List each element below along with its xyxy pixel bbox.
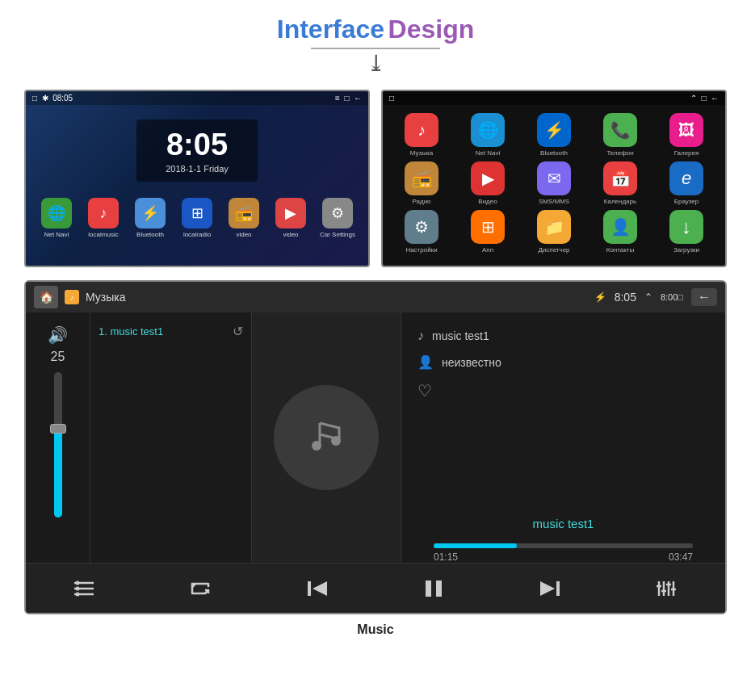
player-status-right: ⚡ 8:05 ⌃ 8:00□ ← (594, 288, 717, 306)
svg-marker-13 (540, 581, 555, 596)
music-caption: Music (0, 622, 751, 637)
player-status-left: 🏠 ♪ Музыка (34, 286, 126, 308)
progress-bar[interactable] (434, 543, 693, 548)
app-radio[interactable]: 📻 video (224, 198, 264, 238)
clock-widget: 8:05 2018-1-1 Friday (136, 119, 258, 182)
app-icon-video: ▶ (275, 198, 306, 228)
grid-app-music[interactable]: ♪ Музыка (391, 113, 452, 157)
app-icon-music: ♪ (88, 198, 119, 228)
status-left-icons: □ ✱ 08:05 (32, 94, 73, 103)
app-netnavi[interactable]: 🌐 Net Navi (36, 198, 77, 238)
app-grid-right: ♪ Музыка 🌐 Net Navi ⚡ Bluetooth 📞 Телефо… (383, 105, 725, 262)
volume-panel: 🔊 25 (26, 312, 90, 563)
grid-app-calendar[interactable]: 📅 Календарь (589, 161, 651, 205)
music-note-icon: ♪ (417, 329, 424, 343)
grid-app-video[interactable]: ▶ Видео (457, 161, 518, 205)
app-icon-localradio: ⊞ (182, 198, 212, 228)
time-current: 01:15 (434, 551, 458, 563)
repeat-button[interactable] (180, 572, 220, 605)
grid-app-netnavi[interactable]: 🌐 Net Navi (457, 113, 518, 157)
back-button[interactable]: ← (691, 288, 717, 306)
grid-app-sms[interactable]: ✉ SMS/MMS (523, 161, 585, 205)
home-icon[interactable]: 🏠 (34, 286, 58, 308)
app-settings[interactable]: ⚙ Car Settings (317, 198, 358, 238)
progress-times: 01:15 03:47 (434, 551, 693, 563)
grid-app-files[interactable]: 📁 Диспетчер (523, 210, 585, 254)
volume-fill (54, 430, 62, 518)
grid-app-phone[interactable]: 📞 Телефон (589, 113, 651, 157)
status-bar-left: □ ✱ 08:05 ≡ □ ← (26, 91, 368, 105)
clock-date: 2018-1-1 Friday (149, 164, 245, 174)
progress-area: 01:15 03:47 (417, 543, 709, 563)
status-right-icons: ≡ □ ← (335, 94, 362, 103)
clock-time: 8:05 (149, 128, 245, 162)
track-name-label: music test1 (432, 329, 489, 342)
svg-point-1 (331, 436, 341, 446)
playlist-panel: 1. music test1 ↺ (90, 312, 252, 563)
svg-rect-10 (426, 581, 431, 597)
right-screenshot: □ ⌃ □ ← ♪ Музыка 🌐 Net Navi ⚡ Bluetooth … (381, 90, 727, 267)
artist-icon: 👤 (417, 354, 434, 370)
track-info-panel: ♪ music test1 👤 неизвестно ♡ music test1… (401, 312, 725, 563)
grid-app-apps[interactable]: ⊞ Апп (457, 210, 518, 254)
grid-app-settings[interactable]: ⚙ Настройки (391, 210, 452, 254)
app-icon-bluetooth: ⚡ (135, 198, 166, 228)
grid-app-gallery[interactable]: 🖼 Галерея (656, 113, 717, 157)
grid-app-browser[interactable]: e Браузер (656, 161, 717, 205)
svg-rect-12 (556, 581, 560, 596)
left-screenshot: □ ✱ 08:05 ≡ □ ← 8:05 2018-1-1 Friday 🌐 N… (24, 90, 370, 267)
grid-app-downloads[interactable]: ↓ Загрузки (656, 210, 717, 254)
pause-button[interactable] (413, 572, 454, 605)
music-app-icon: ♪ (65, 290, 79, 304)
app-video[interactable]: ▶ video (271, 198, 311, 238)
heart-row[interactable]: ♡ (417, 381, 709, 400)
track-name-row: ♪ music test1 (417, 329, 709, 343)
time-total: 03:47 (669, 551, 693, 563)
screenshots-row: □ ✱ 08:05 ≡ □ ← 8:05 2018-1-1 Friday 🌐 N… (0, 90, 751, 267)
playlist-button[interactable] (64, 572, 104, 605)
volume-slider[interactable] (54, 372, 62, 518)
svg-rect-11 (436, 581, 442, 597)
next-button[interactable] (530, 572, 570, 605)
app-localradio[interactable]: ⊞ localradio (177, 198, 217, 238)
svg-point-5 (76, 581, 80, 585)
status-right-right-icons: ⌃ □ ← (690, 94, 719, 103)
app-icon-radio: 📻 (229, 198, 259, 228)
volume-value: 25 (51, 350, 65, 364)
player-main-area: 🔊 25 1. music test1 ↺ (26, 312, 725, 563)
music-player: 🏠 ♪ Музыка ⚡ 8:05 ⌃ 8:00□ ← 🔊 25 1. musi… (24, 280, 727, 614)
album-art-area (252, 312, 401, 563)
svg-point-0 (312, 441, 321, 451)
page-header: Interface Design ⤓ (0, 0, 751, 90)
artist-row: 👤 неизвестно (417, 354, 709, 370)
equalizer-button[interactable] (647, 572, 687, 605)
status-right-left-icons: □ (389, 94, 394, 103)
svg-marker-9 (313, 581, 327, 596)
grid-app-contacts[interactable]: 👤 Контакты (589, 210, 651, 254)
playlist-item-label: 1. music test1 (99, 325, 163, 337)
controls-bar (26, 563, 725, 613)
status-bar-right: □ ⌃ □ ← (383, 91, 725, 105)
app-icon-netnavi: 🌐 (41, 198, 72, 228)
player-time: 8:05 (615, 291, 636, 304)
app-localmusic[interactable]: ♪ localmusic (83, 198, 124, 238)
grid-app-radio[interactable]: 📻 Радио (391, 161, 452, 205)
track-name-display: music test1 (417, 484, 709, 530)
playlist-item-1[interactable]: 1. music test1 ↺ (99, 324, 243, 339)
nav-icon: ⌃ (644, 291, 652, 303)
repeat-icon[interactable]: ↺ (233, 324, 243, 339)
progress-fill (434, 543, 517, 548)
chevron-down-icon: ⤓ (0, 52, 751, 75)
title-underline (311, 48, 440, 49)
heart-icon[interactable]: ♡ (417, 382, 432, 400)
page-title: Interface Design (0, 15, 751, 44)
app-bluetooth[interactable]: ⚡ Bluetooth (130, 198, 170, 238)
album-art (274, 385, 379, 490)
artist-label: неизвестно (442, 356, 501, 369)
grid-app-bluetooth[interactable]: ⚡ Bluetooth (523, 113, 585, 157)
prev-button[interactable] (297, 572, 338, 605)
volume-icon: 🔊 (48, 325, 68, 345)
app-row-left: 🌐 Net Navi ♪ localmusic ⚡ Bluetooth ⊞ lo… (26, 191, 368, 238)
volume-handle[interactable] (50, 424, 66, 434)
bluetooth-status-icon: ⚡ (594, 291, 606, 303)
